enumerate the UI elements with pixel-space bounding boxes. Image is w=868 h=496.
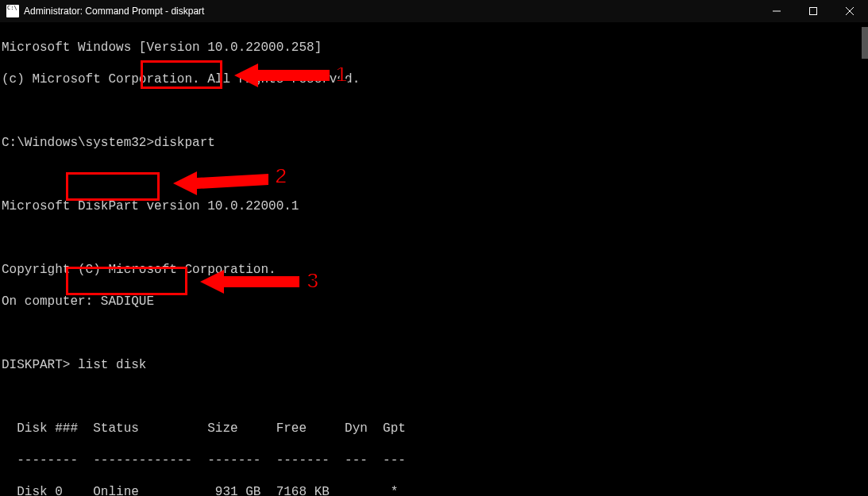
output-line: Microsoft DiskPart version 10.0.22000.1 [2,198,866,214]
output-line [2,389,866,405]
output-line: Microsoft Windows [Version 10.0.22000.25… [2,40,866,56]
output-line [2,325,866,341]
command-text: diskpart [154,136,215,150]
output-line: (c) Microsoft Corporation. All rights re… [2,71,866,87]
prompt: C:\Windows\system32> [2,136,154,150]
prompt-line: DISKPART> list disk [2,357,866,373]
output-line [2,103,866,119]
cmd-icon [6,5,19,17]
terminal-output[interactable]: Microsoft Windows [Version 10.0.22000.25… [2,24,866,494]
titlebar[interactable]: Administrator: Command Prompt - diskpart [0,0,868,22]
maximize-button[interactable] [795,0,831,22]
prompt: DISKPART> [2,358,78,372]
output-line [2,230,866,246]
close-button[interactable] [831,0,868,22]
svg-rect-1 [810,8,817,15]
table-row: Disk 0 Online 931 GB 7168 KB * [2,484,866,496]
output-line [2,167,866,183]
command-text: list disk [78,358,146,372]
minimize-button[interactable] [758,0,795,22]
command-prompt-window: Administrator: Command Prompt - diskpart… [0,0,868,496]
window-title: Administrator: Command Prompt - diskpart [24,6,204,17]
output-line: On computer: SADIQUE [2,294,866,310]
table-divider: -------- ------------- ------- ------- -… [2,452,866,468]
output-line: Copyright (C) Microsoft Corporation. [2,262,866,278]
table-header: Disk ### Status Size Free Dyn Gpt [2,421,866,436]
prompt-line: C:\Windows\system32>diskpart [2,135,866,151]
